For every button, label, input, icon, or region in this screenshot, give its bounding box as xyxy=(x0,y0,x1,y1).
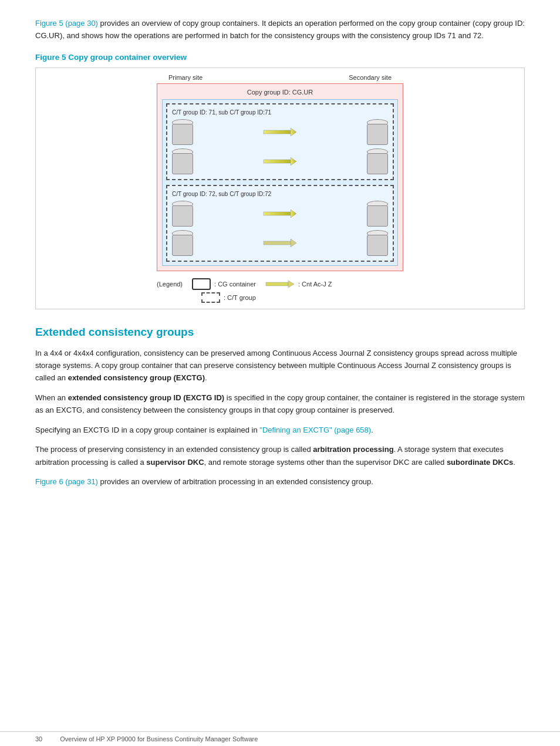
bold-exctg-id: extended consistency group ID (EXCTG ID) xyxy=(68,393,225,402)
svg-rect-0 xyxy=(264,130,291,134)
footer-page-text: Overview of HP XP P9000 for Business Con… xyxy=(60,735,258,742)
legend-arrow-item: : Cnt Ac-J Z xyxy=(265,280,332,288)
footer-bar: 30 Overview of HP XP P9000 for Business … xyxy=(0,731,560,746)
cyl-body xyxy=(172,124,193,145)
svg-marker-9 xyxy=(288,281,294,288)
cylinder-row-2a xyxy=(172,201,388,227)
bold-supervisor: supervisor DKC xyxy=(146,458,204,467)
legend-ct-box xyxy=(201,292,220,303)
paragraph-1: In a 4x4 or 4x4x4 configuration, consist… xyxy=(35,347,525,384)
cylinder-row-1b xyxy=(172,148,388,174)
arrow-1b xyxy=(193,156,367,167)
left-section: C/T group ID: 71, sub C/T group ID:71 xyxy=(162,99,398,266)
ct-group-1: C/T group ID: 71, sub C/T group ID:71 xyxy=(166,103,394,180)
cyl-body-6 xyxy=(172,235,193,256)
bold-arbitration: arbitration processing xyxy=(313,445,393,454)
ct-group-2-label: C/T group ID: 72, sub C/T group ID:72 xyxy=(172,191,388,197)
section-heading: Extended consistency groups xyxy=(35,326,525,339)
cylinder-src-1b xyxy=(172,148,193,174)
svg-rect-8 xyxy=(266,282,288,286)
diagram-wrapper: Primary site Secondary site Copy group I… xyxy=(157,74,403,303)
legend-ct-item: : C/T group xyxy=(201,292,256,303)
bold-exctg: extended consistency group (EXCTG) xyxy=(68,373,205,382)
svg-marker-1 xyxy=(291,128,296,136)
defining-exctg-link[interactable]: "Defining an EXCTG" (page 658) xyxy=(259,426,371,434)
paragraph-3: Specifying an EXCTG ID in a copy group c… xyxy=(35,424,525,436)
cyl-body-2 xyxy=(172,153,193,174)
svg-marker-3 xyxy=(291,157,296,166)
cylinder-src-2b xyxy=(172,230,193,256)
legend-row: (Legend) : CG container : Cnt Ac-J Z xyxy=(157,278,403,290)
arrow-1a xyxy=(193,126,367,138)
cylinder-row-1a xyxy=(172,119,388,145)
cg-container-box: Copy group ID: CG.UR C/T group ID: 71, s… xyxy=(157,83,403,271)
ct-group-2: C/T group ID: 72, sub C/T group ID:72 xyxy=(166,185,394,262)
site-labels: Primary site Secondary site xyxy=(157,74,403,81)
footer-page-number: 30 xyxy=(35,735,42,742)
legend-cg-text: : CG container xyxy=(214,281,256,288)
cylinder-src-1a xyxy=(172,119,193,145)
figure-title: Figure 5 Copy group container overview xyxy=(35,53,525,62)
svg-marker-7 xyxy=(291,239,296,247)
cyl-body-5 xyxy=(367,205,388,227)
intro-text-after: provides an overview of copy group conta… xyxy=(35,19,525,40)
copy-group-label: Copy group ID: CG.UR xyxy=(162,89,398,96)
legend-ct-text: : C/T group xyxy=(224,294,256,301)
figure-container: Primary site Secondary site Copy group I… xyxy=(35,67,525,309)
paragraph-5: Figure 6 (page 31) provides an overview … xyxy=(35,475,525,488)
legend-cg-item: : CG container xyxy=(192,278,256,290)
cylinder-dst-2a xyxy=(367,201,388,227)
paragraph-2: When an extended consistency group ID (E… xyxy=(35,391,525,417)
bold-subordinate: subordinate DKCs xyxy=(447,458,513,467)
cyl-body-3 xyxy=(367,153,388,174)
intro-paragraph: Figure 5 (page 30) provides an overview … xyxy=(35,18,525,42)
cyl-body-7 xyxy=(367,235,388,256)
primary-site-label: Primary site xyxy=(168,74,203,81)
ct-group-1-label: C/T group ID: 71, sub C/T group ID:71 xyxy=(172,109,388,116)
cyl-body-dst xyxy=(367,124,388,145)
svg-rect-2 xyxy=(264,160,291,163)
paragraph-4: The process of preserving consistency in… xyxy=(35,443,525,468)
svg-marker-5 xyxy=(291,210,296,218)
arrow-2a xyxy=(193,208,367,220)
cylinder-row-2b xyxy=(172,230,388,256)
svg-rect-6 xyxy=(264,241,291,245)
legend-label: (Legend) xyxy=(157,281,183,288)
legend-cg-box xyxy=(192,278,211,290)
arrow-2b xyxy=(193,237,367,249)
cylinder-dst-1b xyxy=(367,148,388,174)
legend-arrow-svg xyxy=(265,280,295,288)
cylinder-dst-1a xyxy=(367,119,388,145)
figure5-link[interactable]: Figure 5 (page 30) xyxy=(35,19,98,28)
secondary-site-label: Secondary site xyxy=(349,74,392,81)
legend-arrow-text: : Cnt Ac-J Z xyxy=(298,281,332,288)
cylinder-dst-2b xyxy=(367,230,388,256)
legend-row-2: : C/T group xyxy=(157,292,403,303)
cylinder-src-2a xyxy=(172,201,193,227)
cyl-body-4 xyxy=(172,205,193,227)
svg-rect-4 xyxy=(264,212,291,215)
figure6-link[interactable]: Figure 6 (page 31) xyxy=(35,477,98,486)
